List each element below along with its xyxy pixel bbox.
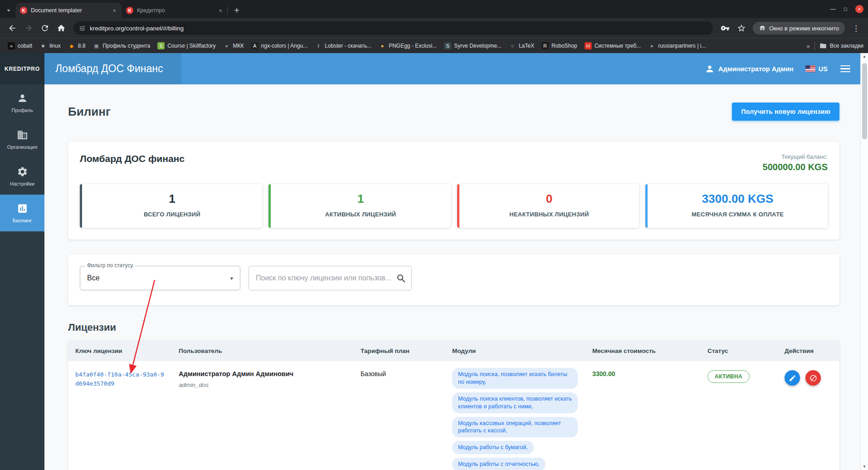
star-icon [737, 24, 746, 33]
bookmark-star-button[interactable] [734, 20, 749, 36]
column-header: Месячная стоимость [585, 341, 700, 361]
window-minimize-button[interactable]: — [830, 6, 836, 12]
license-plan: Базовый [353, 361, 445, 470]
url-text[interactable]: kreditpro.org/control-panel/#/billing [90, 25, 184, 32]
bookmark-favicon: H [585, 42, 592, 49]
menu-hamburger-button[interactable] [840, 65, 850, 73]
chevron-down-icon: ▾ [230, 275, 233, 282]
browser-tab-active[interactable]: K Document templater × [15, 3, 122, 18]
bookmark-label: Syrve Developme... [454, 43, 502, 49]
stat-monthly-total: 3300.00 KGS МЕСЯЧНАЯ СУММА К ОПЛАТЕ [645, 184, 828, 228]
licenses-heading: Лицензии [68, 322, 839, 333]
company-name: Ломбард ДОС финанс [80, 153, 185, 164]
passwords-button[interactable] [717, 20, 733, 36]
bookmark-label: 8.8 [78, 43, 86, 49]
sidebar-item-label: Профиль [11, 108, 33, 113]
bookmark-item[interactable]: R RoboShop [538, 40, 580, 51]
tab-title: Кредитпро [137, 7, 214, 14]
bookmark-item[interactable]: ★ linux [36, 40, 64, 51]
tab-close-icon[interactable]: × [112, 7, 117, 14]
status-filter-value: Все [87, 274, 100, 282]
stat-label: ВСЕГО ЛИЦЕНЗИЙ [87, 211, 258, 218]
site-favicon: K [20, 7, 27, 14]
page-scrollbar[interactable]: ▲ ▼ [860, 53, 868, 470]
organization-icon [17, 129, 28, 141]
bookmark-item[interactable]: » cobalt [5, 40, 35, 51]
bookmark-item[interactable]: A ngx-colors | Angu... [248, 40, 311, 51]
scrollbar-thumb[interactable] [862, 63, 867, 139]
back-button[interactable] [5, 20, 20, 36]
block-license-button[interactable] [805, 370, 821, 386]
current-user-name: Администратор Админ [718, 65, 794, 73]
edit-license-button[interactable] [785, 370, 800, 386]
bookmark-label: RoboShop [551, 43, 577, 49]
all-bookmarks-label: Все закладки [830, 43, 863, 49]
reload-button[interactable] [37, 20, 53, 36]
url-bar[interactable]: kreditpro.org/control-panel/#/billing [73, 21, 713, 35]
bookmark-favicon: A [251, 42, 258, 49]
bookmark-favicon: ◆ [68, 42, 75, 49]
stat-value: 1 [275, 192, 446, 206]
bookmark-item[interactable]: ● PNGEgg - Exclusi... [375, 40, 440, 51]
license-search-input[interactable] [249, 266, 411, 290]
search-icon[interactable] [396, 273, 407, 284]
tab-search-button[interactable] [2, 3, 15, 18]
module-chip: Модуль поиска, позволяет искать билеты п… [452, 368, 578, 389]
scrollbar-down-arrow[interactable]: ▼ [861, 465, 868, 469]
bookmarks-overflow-button[interactable]: » [807, 43, 810, 49]
window-maximize-button[interactable]: □ [844, 6, 847, 12]
bookmark-label: linux [49, 43, 61, 49]
bookmark-item[interactable]: H Системные треб... [581, 40, 644, 51]
browser-menu-button[interactable]: ⋮ [848, 24, 863, 33]
sidebar-item-billing[interactable]: Биллинг [0, 195, 44, 231]
module-chip: Модуль работы с отчетностью, [452, 458, 546, 470]
person-icon [705, 64, 715, 74]
bookmark-label: Профиль студента [102, 43, 150, 49]
sidebar-item-label: Биллинг [13, 218, 32, 223]
bookmark-favicon: ● [379, 42, 386, 49]
app-header: Ломбард ДОС Финанс Администратор Админ U… [44, 53, 860, 84]
tab-close-icon[interactable]: × [218, 7, 223, 14]
sidebar-item-label: Организация [7, 144, 37, 150]
browser-tab-inactive[interactable]: K Кредитпро × [122, 3, 228, 18]
status-filter-select[interactable]: Фильтр по статусу Все ▾ [80, 266, 240, 290]
gear-icon [17, 166, 28, 177]
bookmark-label: Course | Skillfactory [167, 43, 215, 49]
block-icon [809, 374, 817, 382]
forward-icon [24, 24, 33, 33]
status-filter-label: Фильтр по статусу [85, 262, 135, 269]
sidebar-item-profile[interactable]: Профиль [0, 84, 44, 121]
bookmark-item[interactable]: S Syrve Developme... [441, 40, 505, 51]
forward-button[interactable] [21, 20, 36, 36]
window-close-button[interactable]: × [855, 5, 863, 13]
bookmark-item[interactable]: ● russianpartners | i... [645, 40, 709, 51]
incognito-icon [759, 24, 766, 32]
module-chip: Модуль работы с бумагой, [452, 441, 534, 454]
home-button[interactable] [54, 20, 69, 36]
language-switcher[interactable]: US [805, 65, 828, 73]
site-settings-icon[interactable] [79, 25, 86, 32]
bookmark-item[interactable]: ℓ Lobster - скачать... [312, 40, 375, 51]
billing-chart-icon [17, 203, 28, 214]
bookmark-item[interactable]: ▣ Профиль студента [89, 40, 153, 51]
bookmark-item[interactable]: ◆ 8.8 [65, 40, 89, 51]
sidebar-item-settings[interactable]: Настройки [0, 158, 44, 195]
bookmark-item[interactable]: S Course | Skillfactory [154, 40, 219, 51]
sidebar: KREDITPRO Профиль Организация Настройки … [0, 53, 44, 470]
scrollbar-up-arrow[interactable]: ▲ [861, 54, 868, 59]
license-key-link[interactable]: b4fa0f40-f10a-45ca-93a0-9d694e3570d9 [75, 370, 164, 388]
bookmark-item[interactable]: ○ LaTeX [506, 40, 537, 51]
sidebar-item-organization[interactable]: Организация [0, 121, 44, 158]
licenses-table: Ключ лицензии Пользователь Тарифный план… [68, 341, 839, 470]
all-bookmarks-button[interactable]: Все закладки [819, 42, 863, 49]
chevron-down-icon [5, 6, 13, 15]
bookmark-label: Lobster - скачать... [325, 43, 371, 49]
new-tab-button[interactable]: + [230, 4, 243, 17]
sidebar-item-label: Настройки [10, 181, 34, 186]
bookmark-label: cobalt [18, 43, 32, 49]
current-user-button[interactable]: Администратор Админ [705, 64, 794, 74]
bookmark-favicon: S [444, 42, 451, 49]
get-new-license-button[interactable]: Получить новую лицензию [732, 103, 839, 121]
bookmark-favicon: » [8, 42, 15, 49]
bookmark-item[interactable]: ● МКК [220, 40, 247, 51]
